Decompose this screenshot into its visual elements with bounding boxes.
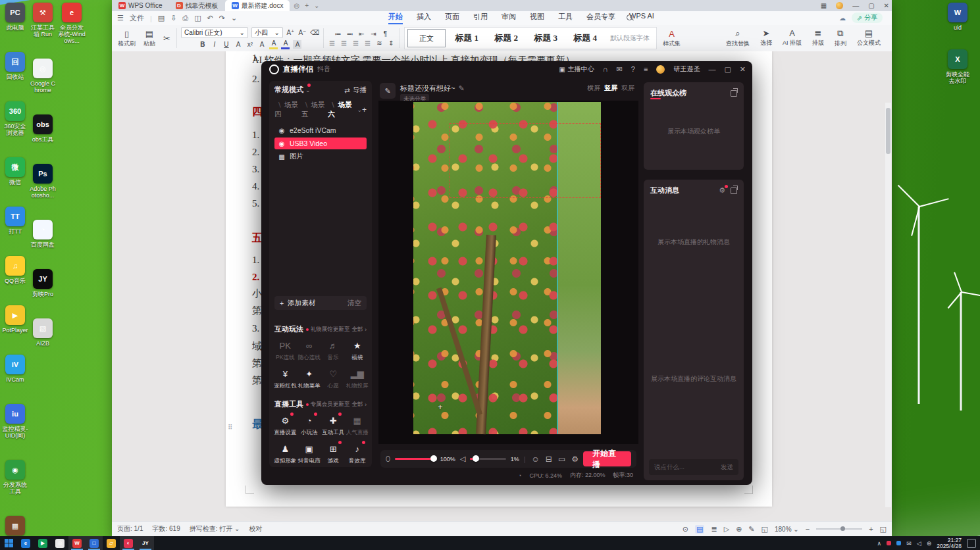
toolbar-button[interactable]: ⌕ 查找替换: [724, 28, 752, 48]
redo-button[interactable]: ↷: [219, 14, 225, 22]
play-grid-item[interactable]: PK PK连线: [273, 339, 297, 362]
zoom-out-button[interactable]: −: [806, 525, 810, 533]
save-button[interactable]: ▤: [158, 14, 165, 22]
wps-close-button[interactable]: ✕: [884, 2, 889, 9]
tab-list-button[interactable]: ⌄: [314, 2, 319, 9]
font-style-button[interactable]: U: [222, 40, 230, 49]
wps-maximize-button[interactable]: ▢: [868, 2, 874, 9]
wps-ribbon-tab[interactable]: 视图: [530, 12, 544, 24]
eye-icon[interactable]: ⊙: [683, 525, 688, 534]
desktop-icon[interactable]: iV iVCam: [1, 355, 29, 383]
speaker-icon[interactable]: ◁: [460, 455, 465, 463]
toolbar-button[interactable]: ≣ 排版: [810, 28, 826, 48]
mode-selector[interactable]: 常规模式⌄ ⇄ 导播: [274, 85, 367, 95]
wps-ribbon-tab[interactable]: 插入: [417, 12, 431, 24]
desktop-icon[interactable]: obs obs工具: [29, 114, 57, 143]
scene-tab[interactable]: 场景四: [274, 101, 301, 119]
tray-mail-icon[interactable]: ✉: [906, 540, 912, 547]
font-style-button[interactable]: A: [234, 40, 242, 49]
share-button[interactable]: ⇗ 分享: [852, 12, 883, 23]
font-style-button[interactable]: I: [210, 40, 219, 49]
desktop-icon[interactable]: e 全员分发系统-Windows...: [58, 3, 86, 44]
source-row[interactable]: ◉ USB3 Video: [274, 138, 367, 149]
start-button[interactable]: [0, 539, 17, 547]
hamburger-icon[interactable]: ☰: [117, 14, 124, 22]
paragraph-button[interactable]: ⇤: [357, 30, 366, 38]
edit-mode-icon[interactable]: ✎: [748, 525, 754, 534]
desktop-icon[interactable]: TT 打TT: [1, 207, 29, 235]
source-row[interactable]: ▩ 图片: [274, 151, 367, 162]
microphone-icon[interactable]: ⬯: [386, 455, 390, 463]
alignment-button[interactable]: ≋: [375, 39, 384, 47]
font-style-button[interactable]: A: [281, 39, 290, 49]
font-style-button[interactable]: A: [269, 39, 278, 49]
alignment-button[interactable]: ☰: [363, 39, 372, 47]
tool-grid-item[interactable]: ▣ 抖音电商: [297, 442, 322, 465]
scene-tab[interactable]: 场景五: [301, 101, 328, 119]
font-size-select[interactable]: 小四⌄: [251, 27, 283, 38]
sticker-icon[interactable]: ☺: [532, 455, 540, 464]
apps-grid-icon[interactable]: ▦: [821, 2, 827, 9]
undo-button[interactable]: ↶: [207, 14, 213, 22]
wps-document-tab[interactable]: W 最新搭建.docx: [225, 0, 290, 11]
style-chip[interactable]: 标题 1: [448, 30, 485, 47]
tool-grid-item[interactable]: ▦ 人气直播: [346, 414, 370, 437]
wps-ribbon-tab[interactable]: WPS AI: [629, 12, 654, 24]
style-set-button[interactable]: A样式集: [661, 29, 683, 48]
font-style-button[interactable]: B: [198, 40, 207, 49]
outline-view-icon[interactable]: ≣: [711, 525, 717, 534]
print-button[interactable]: ⎙: [182, 14, 188, 22]
drag-handle-icon[interactable]: ⠿: [228, 426, 233, 429]
preview-stage[interactable]: +: [378, 101, 638, 444]
taskbar-app[interactable]: ▶: [34, 536, 51, 550]
desktop-icon[interactable]: W uid: [944, 3, 971, 31]
wps-account-avatar[interactable]: [836, 2, 843, 9]
desktop-icon[interactable]: ◉ 分发系统工具: [1, 460, 29, 495]
stream-title[interactable]: 标题还没有想好~ ✎: [400, 84, 465, 93]
play-grid-item[interactable]: ¥ 宠粉红包: [273, 367, 297, 390]
desktop-icon[interactable]: ▧ AIZB: [29, 318, 57, 347]
add-material-button[interactable]: + 添加素材 清空: [274, 296, 367, 310]
taskbar-app[interactable]: e: [17, 536, 34, 550]
paragraph-button[interactable]: ⇥: [369, 30, 378, 38]
zoom-level[interactable]: 180% ⌄: [775, 526, 799, 533]
taskbar-app[interactable]: □: [86, 536, 103, 550]
font-style-button[interactable]: A: [257, 40, 266, 49]
audience-rank-title[interactable]: 在线观众榜: [650, 88, 686, 98]
paste-button[interactable]: ▤ 粘贴: [142, 29, 157, 48]
alignment-button[interactable]: ☰: [340, 39, 348, 47]
tray-app-icon[interactable]: [896, 541, 901, 545]
export-button[interactable]: ⇩: [170, 14, 176, 22]
mic-volume-slider[interactable]: [395, 458, 436, 460]
web-view-icon[interactable]: ⊕: [736, 525, 742, 534]
zoom-slider[interactable]: [816, 528, 862, 530]
popout-icon[interactable]: [731, 90, 737, 97]
desktop-icon[interactable]: ♫ QQ音乐: [1, 256, 29, 284]
desktop-icon[interactable]: ▶ PotPlayer: [1, 305, 29, 334]
taskbar-app[interactable]: ◐: [120, 536, 137, 550]
toolbar-button[interactable]: ⧉ 排列: [833, 28, 848, 48]
wps-ribbon-tab[interactable]: 开始: [388, 12, 403, 24]
taskbar-app[interactable]: ▱: [103, 536, 120, 550]
screen-share-icon[interactable]: ⊟: [546, 455, 552, 464]
source-row[interactable]: ◉ e2eSoft iVCam: [274, 124, 367, 136]
play-grid-item[interactable]: ▂▆ 礼物投屏: [346, 367, 370, 390]
desktop-icon[interactable]: ◎ Google Chrome: [29, 59, 57, 93]
toolbar-button[interactable]: A AI 排版: [781, 28, 804, 48]
tool-grid-item[interactable]: ♪ 音效库: [346, 442, 370, 465]
wps-minimize-button[interactable]: —: [852, 2, 859, 9]
play-grid-item[interactable]: ∞ 随心连线: [297, 339, 322, 362]
desktop-icon[interactable]: 回 回收站: [1, 52, 29, 80]
popout-icon[interactable]: [731, 188, 737, 194]
play-grid-item[interactable]: ♡ 心愿: [321, 367, 346, 390]
grow-font-button[interactable]: A⁺: [286, 28, 295, 37]
orientation-option[interactable]: 竖屏: [604, 84, 617, 93]
notification-center-icon[interactable]: [967, 539, 976, 548]
play-grid-item[interactable]: ★ 福袋: [346, 339, 370, 362]
play-grid-item[interactable]: ♬ 音乐: [321, 339, 346, 362]
zoom-in-button[interactable]: +: [869, 525, 873, 533]
toolbar-button[interactable]: ▤ 公文模式: [855, 28, 883, 48]
desktop-icon[interactable]: Ps Adobe Photosho...: [29, 164, 57, 199]
desktop-icon[interactable]: X 剪映全能去水印: [944, 49, 971, 84]
orientation-option[interactable]: 横屏: [587, 84, 600, 93]
